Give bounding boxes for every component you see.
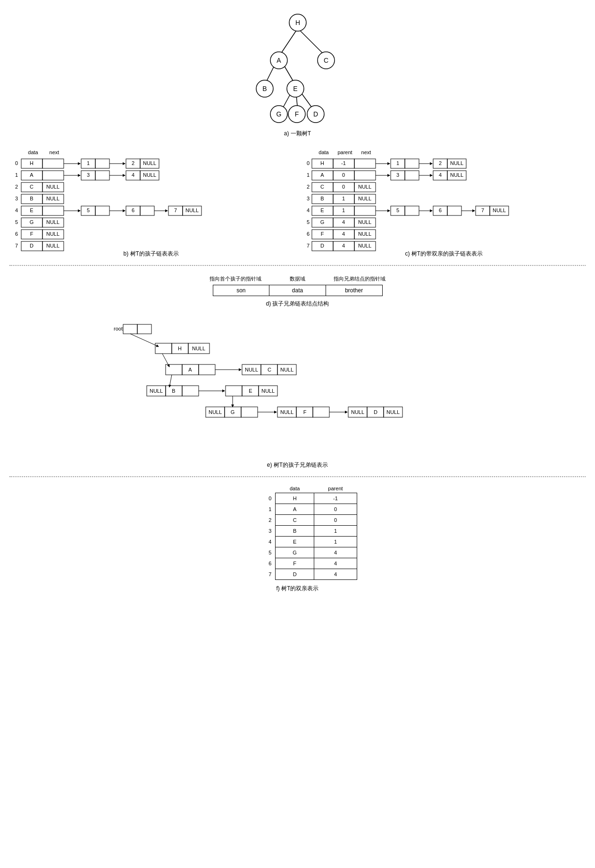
svg-text:C: C [268, 367, 271, 372]
svg-line-183 [130, 334, 159, 347]
svg-text:2: 2 [306, 184, 309, 190]
svg-text:NULL: NULL [185, 207, 199, 213]
row-index: 1 [238, 504, 276, 515]
svg-text:D: D [374, 409, 377, 415]
svg-rect-41 [42, 171, 64, 180]
svg-text:root: root [114, 326, 123, 331]
svg-text:NULL: NULL [192, 346, 205, 351]
svg-text:NULL: NULL [46, 219, 59, 225]
svg-text:2: 2 [438, 160, 441, 166]
caption-c: c) 树T的带双亲的孩子链表表示 [302, 250, 586, 258]
svg-line-1 [298, 28, 326, 57]
svg-text:E: E [320, 207, 324, 213]
svg-text:NULL: NULL [450, 172, 463, 178]
svg-text:2: 2 [15, 184, 18, 190]
cell-parent: 0 [314, 515, 357, 526]
section-c: data parent next 0 H -1 1 2 NULL [302, 147, 586, 258]
svg-text:7: 7 [481, 207, 484, 213]
svg-text:4: 4 [342, 243, 344, 248]
svg-text:7: 7 [15, 243, 18, 248]
table-row: 5G4 [238, 547, 357, 558]
svg-rect-105 [405, 159, 419, 168]
svg-text:C: C [30, 184, 34, 190]
svg-text:E: E [293, 85, 297, 92]
table-row: 2C0 [238, 515, 357, 526]
svg-rect-68 [95, 206, 109, 215]
svg-text:4: 4 [15, 207, 18, 213]
svg-text:H: H [320, 160, 324, 166]
svg-rect-153 [447, 206, 461, 215]
svg-text:6: 6 [15, 231, 18, 237]
section-f: data parent 0H-11A02C03B14E15G46F47D4 f)… [9, 484, 586, 593]
table-row: 6F4 [238, 558, 357, 569]
svg-rect-64 [42, 206, 64, 215]
caption-f: f) 树T的双亲表示 [277, 585, 319, 593]
svg-text:H: H [178, 346, 182, 351]
svg-text:0: 0 [342, 184, 344, 190]
svg-text:B: B [172, 388, 175, 394]
section-c-diagram: data parent next 0 H -1 1 2 NULL [302, 147, 576, 246]
svg-text:5: 5 [306, 219, 309, 225]
svg-rect-32 [95, 159, 109, 168]
cell-parent: 1 [314, 526, 357, 537]
svg-text:4: 4 [342, 231, 344, 237]
svg-text:3: 3 [396, 172, 399, 178]
svg-text:B: B [30, 196, 33, 201]
svg-text:6: 6 [132, 207, 134, 213]
section-bc: data next 0 H 1 2 NULL 1 [9, 147, 586, 258]
section-d: 指向首个孩子的指针域 数据域 指向兄弟结点的指针域 son data broth… [9, 275, 586, 308]
cell-parent: 4 [314, 569, 357, 580]
svg-rect-120 [405, 171, 419, 180]
svg-text:5: 5 [87, 207, 90, 213]
svg-text:6: 6 [438, 207, 441, 213]
svg-text:G: G [276, 110, 281, 118]
svg-text:NULL: NULL [450, 160, 463, 166]
svg-text:1: 1 [15, 172, 18, 178]
svg-text:H: H [295, 19, 300, 26]
caption-e: e) 树T的孩子兄弟链表示 [19, 461, 576, 469]
section-e: root H NULL A NULL C [19, 313, 576, 469]
label-data: 数据域 [290, 275, 305, 282]
svg-text:NULL: NULL [358, 243, 371, 248]
svg-text:NULL: NULL [46, 196, 59, 201]
svg-rect-149 [405, 206, 419, 215]
svg-text:NULL: NULL [261, 388, 274, 394]
cell-parent: -1 [314, 493, 357, 504]
label-brother-pointer: 指向兄弟结点的指针域 [334, 275, 385, 282]
svg-text:F: F [320, 231, 324, 237]
cell-data: G [276, 547, 314, 558]
cell-parent: 4 [314, 547, 357, 558]
field-brother: brother [326, 285, 382, 296]
parent-table: data parent 0H-11A02C03B14E15G46F47D4 [238, 484, 357, 580]
svg-rect-101 [354, 159, 376, 168]
struct-box: son data brother [213, 285, 383, 296]
svg-text:1: 1 [342, 207, 344, 213]
svg-text:next: next [361, 149, 371, 155]
row-index: 0 [238, 493, 276, 504]
table-row: 1A0 [238, 504, 357, 515]
svg-text:-1: -1 [341, 160, 346, 166]
svg-rect-208 [226, 386, 242, 396]
svg-text:NULL: NULL [386, 409, 399, 415]
row-index: 2 [238, 515, 276, 526]
row-index: 5 [238, 547, 276, 558]
svg-text:0: 0 [306, 160, 309, 166]
svg-text:next: next [50, 149, 59, 155]
svg-text:NULL: NULL [358, 219, 371, 225]
svg-text:3: 3 [306, 196, 309, 201]
svg-text:1: 1 [396, 160, 399, 166]
svg-text:6: 6 [306, 231, 309, 237]
svg-text:0: 0 [15, 160, 18, 166]
section-e-diagram: root H NULL A NULL C [85, 313, 510, 459]
svg-text:A: A [277, 57, 281, 64]
svg-text:NULL: NULL [208, 409, 221, 415]
field-data: data [269, 285, 326, 296]
cell-data: C [276, 515, 314, 526]
col-data-header: data [276, 484, 314, 493]
svg-text:4: 4 [132, 172, 134, 178]
svg-text:NULL: NULL [358, 196, 371, 201]
dotted-divider-2 [9, 476, 586, 477]
svg-text:NULL: NULL [149, 388, 162, 394]
cell-parent: 0 [314, 504, 357, 515]
svg-text:D: D [30, 243, 34, 248]
